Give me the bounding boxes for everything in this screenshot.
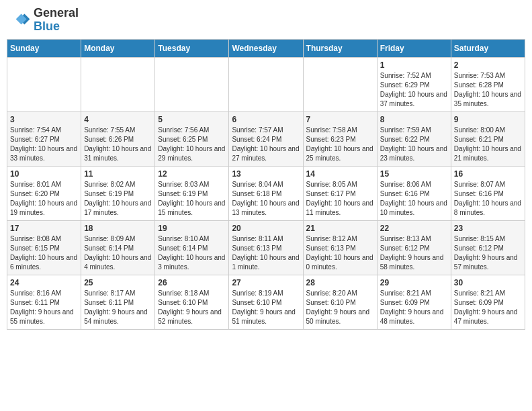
logo-text: GeneralBlue (34, 7, 79, 34)
calendar-cell: 13Sunrise: 8:04 AM Sunset: 6:18 PM Dayli… (229, 166, 303, 220)
day-info: Sunrise: 7:54 AM Sunset: 6:27 PM Dayligh… (10, 126, 78, 163)
day-number: 6 (232, 115, 300, 124)
calendar-body: 1Sunrise: 7:52 AM Sunset: 6:29 PM Daylig… (7, 57, 525, 329)
calendar-cell (7, 57, 81, 111)
calendar-cell: 20Sunrise: 8:11 AM Sunset: 6:13 PM Dayli… (229, 220, 303, 275)
day-header-tuesday: Tuesday (155, 39, 229, 57)
day-info: Sunrise: 7:58 AM Sunset: 6:23 PM Dayligh… (306, 126, 374, 163)
day-info: Sunrise: 8:11 AM Sunset: 6:13 PM Dayligh… (232, 234, 300, 272)
calendar-week-1: 1Sunrise: 7:52 AM Sunset: 6:29 PM Daylig… (7, 57, 525, 111)
calendar-cell (303, 57, 377, 111)
calendar-cell: 22Sunrise: 8:13 AM Sunset: 6:12 PM Dayli… (377, 220, 451, 275)
calendar-cell: 30Sunrise: 8:21 AM Sunset: 6:09 PM Dayli… (451, 275, 525, 329)
calendar-cell: 10Sunrise: 8:01 AM Sunset: 6:20 PM Dayli… (7, 166, 81, 220)
calendar-cell: 24Sunrise: 8:16 AM Sunset: 6:11 PM Dayli… (7, 275, 81, 329)
day-number: 5 (158, 115, 226, 124)
day-number: 24 (10, 278, 78, 287)
calendar-cell: 4Sunrise: 7:55 AM Sunset: 6:26 PM Daylig… (81, 111, 155, 166)
day-header-wednesday: Wednesday (229, 39, 303, 57)
day-header-sunday: Sunday (7, 39, 81, 57)
calendar-cell (155, 57, 229, 111)
calendar-cell: 11Sunrise: 8:02 AM Sunset: 6:19 PM Dayli… (81, 166, 155, 220)
calendar-cell: 16Sunrise: 8:07 AM Sunset: 6:16 PM Dayli… (451, 166, 525, 220)
day-info: Sunrise: 8:09 AM Sunset: 6:14 PM Dayligh… (84, 234, 152, 272)
day-info: Sunrise: 7:53 AM Sunset: 6:28 PM Dayligh… (454, 71, 522, 109)
calendar-cell: 7Sunrise: 7:58 AM Sunset: 6:23 PM Daylig… (303, 111, 377, 166)
day-info: Sunrise: 7:56 AM Sunset: 6:25 PM Dayligh… (158, 126, 226, 163)
calendar-week-2: 3Sunrise: 7:54 AM Sunset: 6:27 PM Daylig… (7, 111, 525, 166)
day-info: Sunrise: 8:00 AM Sunset: 6:21 PM Dayligh… (454, 126, 522, 163)
calendar-cell: 2Sunrise: 7:53 AM Sunset: 6:28 PM Daylig… (451, 57, 525, 111)
day-info: Sunrise: 8:02 AM Sunset: 6:19 PM Dayligh… (84, 180, 152, 218)
calendar-cell: 17Sunrise: 8:08 AM Sunset: 6:15 PM Dayli… (7, 220, 81, 275)
calendar-cell: 25Sunrise: 8:17 AM Sunset: 6:11 PM Dayli… (81, 275, 155, 329)
day-number: 29 (380, 278, 448, 287)
calendar-week-5: 24Sunrise: 8:16 AM Sunset: 6:11 PM Dayli… (7, 275, 525, 329)
calendar-cell: 27Sunrise: 8:19 AM Sunset: 6:10 PM Dayli… (229, 275, 303, 329)
calendar-cell: 9Sunrise: 8:00 AM Sunset: 6:21 PM Daylig… (451, 111, 525, 166)
day-number: 3 (10, 115, 78, 124)
day-info: Sunrise: 8:17 AM Sunset: 6:11 PM Dayligh… (84, 289, 152, 326)
day-number: 25 (84, 278, 152, 287)
day-info: Sunrise: 8:01 AM Sunset: 6:20 PM Dayligh… (10, 180, 78, 218)
day-info: Sunrise: 8:05 AM Sunset: 6:17 PM Dayligh… (306, 180, 374, 218)
calendar-cell: 21Sunrise: 8:12 AM Sunset: 6:13 PM Dayli… (303, 220, 377, 275)
day-number: 14 (306, 169, 374, 179)
day-number: 19 (158, 224, 226, 233)
day-info: Sunrise: 8:21 AM Sunset: 6:09 PM Dayligh… (454, 289, 522, 326)
day-number: 27 (232, 278, 300, 287)
day-info: Sunrise: 7:52 AM Sunset: 6:29 PM Dayligh… (380, 71, 448, 109)
calendar-cell: 26Sunrise: 8:18 AM Sunset: 6:10 PM Dayli… (155, 275, 229, 329)
calendar-cell: 14Sunrise: 8:05 AM Sunset: 6:17 PM Dayli… (303, 166, 377, 220)
day-info: Sunrise: 8:16 AM Sunset: 6:11 PM Dayligh… (10, 289, 78, 326)
day-info: Sunrise: 8:12 AM Sunset: 6:13 PM Dayligh… (306, 234, 374, 272)
day-info: Sunrise: 8:10 AM Sunset: 6:14 PM Dayligh… (158, 234, 226, 272)
day-info: Sunrise: 8:08 AM Sunset: 6:15 PM Dayligh… (10, 234, 78, 272)
calendar-cell: 23Sunrise: 8:15 AM Sunset: 6:12 PM Dayli… (451, 220, 525, 275)
calendar-cell: 28Sunrise: 8:20 AM Sunset: 6:10 PM Dayli… (303, 275, 377, 329)
day-number: 8 (380, 115, 448, 124)
logo: GeneralBlue (9, 7, 79, 34)
calendar-cell: 18Sunrise: 8:09 AM Sunset: 6:14 PM Dayli… (81, 220, 155, 275)
day-header-thursday: Thursday (303, 39, 377, 57)
day-number: 16 (454, 169, 522, 179)
calendar-cell: 8Sunrise: 7:59 AM Sunset: 6:22 PM Daylig… (377, 111, 451, 166)
day-number: 17 (10, 224, 78, 233)
day-info: Sunrise: 7:55 AM Sunset: 6:26 PM Dayligh… (84, 126, 152, 163)
day-number: 15 (380, 169, 448, 179)
day-number: 22 (380, 224, 448, 233)
day-info: Sunrise: 8:18 AM Sunset: 6:10 PM Dayligh… (158, 289, 226, 326)
calendar-cell: 1Sunrise: 7:52 AM Sunset: 6:29 PM Daylig… (377, 57, 451, 111)
day-number: 1 (380, 60, 448, 70)
day-info: Sunrise: 8:03 AM Sunset: 6:19 PM Dayligh… (158, 180, 226, 218)
calendar-cell (81, 57, 155, 111)
calendar-week-4: 17Sunrise: 8:08 AM Sunset: 6:15 PM Dayli… (7, 220, 525, 275)
day-number: 13 (232, 169, 300, 179)
day-info: Sunrise: 8:15 AM Sunset: 6:12 PM Dayligh… (454, 234, 522, 272)
day-number: 4 (84, 115, 152, 124)
calendar-table: SundayMondayTuesdayWednesdayThursdayFrid… (7, 39, 525, 330)
day-info: Sunrise: 8:06 AM Sunset: 6:16 PM Dayligh… (380, 180, 448, 218)
calendar-cell: 12Sunrise: 8:03 AM Sunset: 6:19 PM Dayli… (155, 166, 229, 220)
calendar-cell: 3Sunrise: 7:54 AM Sunset: 6:27 PM Daylig… (7, 111, 81, 166)
day-number: 7 (306, 115, 374, 124)
logo-icon (9, 9, 31, 31)
day-number: 28 (306, 278, 374, 287)
calendar-cell: 29Sunrise: 8:21 AM Sunset: 6:09 PM Dayli… (377, 275, 451, 329)
day-number: 30 (454, 278, 522, 287)
day-info: Sunrise: 8:19 AM Sunset: 6:10 PM Dayligh… (232, 289, 300, 326)
day-number: 21 (306, 224, 374, 233)
day-number: 11 (84, 169, 152, 179)
day-info: Sunrise: 7:57 AM Sunset: 6:24 PM Dayligh… (232, 126, 300, 163)
day-number: 2 (454, 60, 522, 70)
day-info: Sunrise: 8:13 AM Sunset: 6:12 PM Dayligh… (380, 234, 448, 272)
calendar-week-3: 10Sunrise: 8:01 AM Sunset: 6:20 PM Dayli… (7, 166, 525, 220)
calendar-cell: 5Sunrise: 7:56 AM Sunset: 6:25 PM Daylig… (155, 111, 229, 166)
calendar-cell: 19Sunrise: 8:10 AM Sunset: 6:14 PM Dayli… (155, 220, 229, 275)
day-number: 26 (158, 278, 226, 287)
day-info: Sunrise: 8:04 AM Sunset: 6:18 PM Dayligh… (232, 180, 300, 218)
calendar-cell: 15Sunrise: 8:06 AM Sunset: 6:16 PM Dayli… (377, 166, 451, 220)
day-number: 23 (454, 224, 522, 233)
page-header: GeneralBlue (7, 7, 525, 34)
day-number: 9 (454, 115, 522, 124)
